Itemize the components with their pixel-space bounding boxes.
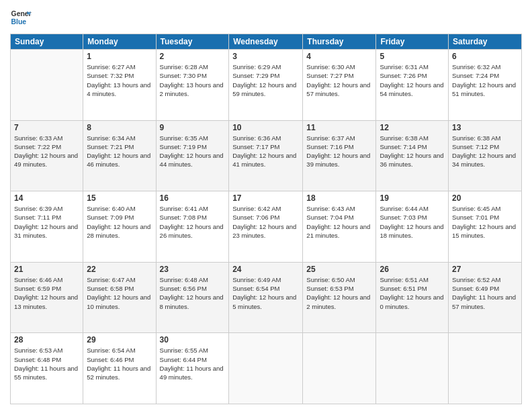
day-info: Sunrise: 6:50 AMSunset: 6:53 PMDaylight:…: [306, 275, 372, 311]
calendar-table: SundayMondayTuesdayWednesdayThursdayFrid…: [10, 34, 522, 404]
day-number: 21: [14, 265, 79, 274]
day-info: Sunrise: 6:34 AMSunset: 7:21 PMDaylight:…: [87, 134, 152, 169]
weekday-header-tuesday: Tuesday: [156, 34, 229, 50]
day-info: Sunrise: 6:38 AMSunset: 7:12 PMDaylight:…: [452, 134, 518, 169]
day-info: Sunrise: 6:29 AMSunset: 7:29 PMDaylight:…: [232, 62, 299, 98]
day-number: 30: [160, 335, 226, 345]
day-cell: 24Sunrise: 6:49 AMSunset: 6:54 PMDayligh…: [229, 262, 303, 333]
day-cell: 9Sunrise: 6:35 AMSunset: 7:19 PMDaylight…: [156, 120, 229, 191]
day-info: Sunrise: 6:35 AMSunset: 7:19 PMDaylight:…: [160, 134, 226, 169]
day-info: Sunrise: 6:46 AMSunset: 6:59 PMDaylight:…: [14, 275, 79, 311]
day-number: 19: [380, 193, 445, 203]
day-info: Sunrise: 6:37 AMSunset: 7:16 PMDaylight:…: [306, 134, 372, 169]
day-cell: 8Sunrise: 6:34 AMSunset: 7:21 PMDaylight…: [83, 120, 156, 191]
day-info: Sunrise: 6:32 AMSunset: 7:24 PMDaylight:…: [452, 62, 518, 98]
day-info: Sunrise: 6:39 AMSunset: 7:11 PMDaylight:…: [14, 204, 79, 240]
day-cell: 29Sunrise: 6:54 AMSunset: 6:46 PMDayligh…: [83, 333, 156, 404]
day-cell: 22Sunrise: 6:47 AMSunset: 6:58 PMDayligh…: [83, 262, 156, 333]
header-row: SundayMondayTuesdayWednesdayThursdayFrid…: [11, 34, 522, 50]
day-number: 11: [306, 123, 372, 132]
day-cell: 3Sunrise: 6:29 AMSunset: 7:29 PMDaylight…: [229, 50, 303, 121]
day-number: 1: [87, 52, 152, 61]
day-cell: [449, 333, 522, 404]
day-cell: 6Sunrise: 6:32 AMSunset: 7:24 PMDaylight…: [449, 50, 522, 121]
day-cell: 1Sunrise: 6:27 AMSunset: 7:32 PMDaylight…: [83, 50, 156, 121]
day-info: Sunrise: 6:42 AMSunset: 7:06 PMDaylight:…: [232, 204, 299, 240]
page: General Blue SundayMondayTuesdayWednesda…: [0, 0, 532, 411]
day-cell: 26Sunrise: 6:51 AMSunset: 6:51 PMDayligh…: [376, 262, 449, 333]
day-cell: 12Sunrise: 6:38 AMSunset: 7:14 PMDayligh…: [376, 120, 449, 191]
day-number: 25: [306, 265, 372, 274]
day-number: 23: [160, 265, 226, 274]
day-info: Sunrise: 6:44 AMSunset: 7:03 PMDaylight:…: [380, 204, 445, 240]
day-cell: 27Sunrise: 6:52 AMSunset: 6:49 PMDayligh…: [449, 262, 522, 333]
day-number: 28: [14, 335, 79, 345]
day-number: 2: [160, 52, 226, 61]
day-number: 27: [452, 265, 518, 274]
day-cell: 28Sunrise: 6:53 AMSunset: 6:48 PMDayligh…: [11, 333, 83, 404]
day-cell: [229, 333, 303, 404]
week-row-4: 21Sunrise: 6:46 AMSunset: 6:59 PMDayligh…: [11, 262, 522, 333]
day-cell: 20Sunrise: 6:45 AMSunset: 7:01 PMDayligh…: [449, 191, 522, 263]
day-number: 6: [452, 52, 518, 61]
day-info: Sunrise: 6:38 AMSunset: 7:14 PMDaylight:…: [380, 134, 445, 169]
weekday-header-sunday: Sunday: [11, 34, 83, 50]
week-row-3: 14Sunrise: 6:39 AMSunset: 7:11 PMDayligh…: [11, 191, 522, 263]
day-cell: 23Sunrise: 6:48 AMSunset: 6:56 PMDayligh…: [156, 262, 229, 333]
weekday-header-thursday: Thursday: [303, 34, 376, 50]
day-info: Sunrise: 6:28 AMSunset: 7:30 PMDaylight:…: [160, 62, 226, 98]
day-info: Sunrise: 6:40 AMSunset: 7:09 PMDaylight:…: [87, 204, 152, 240]
week-row-1: 1Sunrise: 6:27 AMSunset: 7:32 PMDaylight…: [11, 50, 522, 121]
day-cell: 5Sunrise: 6:31 AMSunset: 7:26 PMDaylight…: [376, 50, 449, 121]
day-number: 16: [160, 193, 226, 203]
day-number: 24: [232, 265, 299, 274]
day-info: Sunrise: 6:47 AMSunset: 6:58 PMDaylight:…: [87, 275, 152, 311]
day-info: Sunrise: 6:49 AMSunset: 6:54 PMDaylight:…: [232, 275, 299, 311]
weekday-header-monday: Monday: [83, 34, 156, 50]
day-cell: 11Sunrise: 6:37 AMSunset: 7:16 PMDayligh…: [303, 120, 376, 191]
svg-text:Blue: Blue: [11, 18, 27, 26]
weekday-header-wednesday: Wednesday: [229, 34, 303, 50]
day-number: 9: [160, 123, 226, 132]
day-cell: 25Sunrise: 6:50 AMSunset: 6:53 PMDayligh…: [303, 262, 376, 333]
day-cell: [303, 333, 376, 404]
day-info: Sunrise: 6:48 AMSunset: 6:56 PMDaylight:…: [160, 275, 226, 311]
week-row-5: 28Sunrise: 6:53 AMSunset: 6:48 PMDayligh…: [11, 333, 522, 404]
header: General Blue: [10, 7, 522, 28]
day-cell: 7Sunrise: 6:33 AMSunset: 7:22 PMDaylight…: [11, 120, 83, 191]
day-number: 10: [232, 123, 299, 132]
day-number: 14: [14, 193, 79, 203]
day-number: 8: [87, 123, 152, 132]
day-number: 5: [380, 52, 445, 61]
day-cell: 15Sunrise: 6:40 AMSunset: 7:09 PMDayligh…: [83, 191, 156, 263]
day-cell: 2Sunrise: 6:28 AMSunset: 7:30 PMDaylight…: [156, 50, 229, 121]
day-info: Sunrise: 6:54 AMSunset: 6:46 PMDaylight:…: [87, 346, 152, 381]
day-info: Sunrise: 6:27 AMSunset: 7:32 PMDaylight:…: [87, 62, 152, 98]
day-number: 20: [452, 193, 518, 203]
day-info: Sunrise: 6:53 AMSunset: 6:48 PMDaylight:…: [14, 346, 79, 381]
day-info: Sunrise: 6:55 AMSunset: 6:44 PMDaylight:…: [160, 346, 226, 381]
day-number: 3: [232, 52, 299, 61]
day-number: 22: [87, 265, 152, 274]
day-info: Sunrise: 6:51 AMSunset: 6:51 PMDaylight:…: [380, 275, 445, 311]
day-number: 13: [452, 123, 518, 132]
day-info: Sunrise: 6:41 AMSunset: 7:08 PMDaylight:…: [160, 204, 226, 240]
weekday-header-saturday: Saturday: [449, 34, 522, 50]
day-cell: [376, 333, 449, 404]
day-info: Sunrise: 6:33 AMSunset: 7:22 PMDaylight:…: [14, 134, 79, 169]
day-cell: 13Sunrise: 6:38 AMSunset: 7:12 PMDayligh…: [449, 120, 522, 191]
day-cell: 14Sunrise: 6:39 AMSunset: 7:11 PMDayligh…: [11, 191, 83, 263]
day-cell: 16Sunrise: 6:41 AMSunset: 7:08 PMDayligh…: [156, 191, 229, 263]
day-number: 7: [14, 123, 79, 132]
day-number: 17: [232, 193, 299, 203]
day-cell: 10Sunrise: 6:36 AMSunset: 7:17 PMDayligh…: [229, 120, 303, 191]
day-info: Sunrise: 6:36 AMSunset: 7:17 PMDaylight:…: [232, 134, 299, 169]
logo: General Blue: [10, 7, 34, 28]
week-row-2: 7Sunrise: 6:33 AMSunset: 7:22 PMDaylight…: [11, 120, 522, 191]
day-number: 12: [380, 123, 445, 132]
day-cell: 21Sunrise: 6:46 AMSunset: 6:59 PMDayligh…: [11, 262, 83, 333]
weekday-header-friday: Friday: [376, 34, 449, 50]
day-number: 18: [306, 193, 372, 203]
day-cell: 17Sunrise: 6:42 AMSunset: 7:06 PMDayligh…: [229, 191, 303, 263]
day-number: 29: [87, 335, 152, 345]
